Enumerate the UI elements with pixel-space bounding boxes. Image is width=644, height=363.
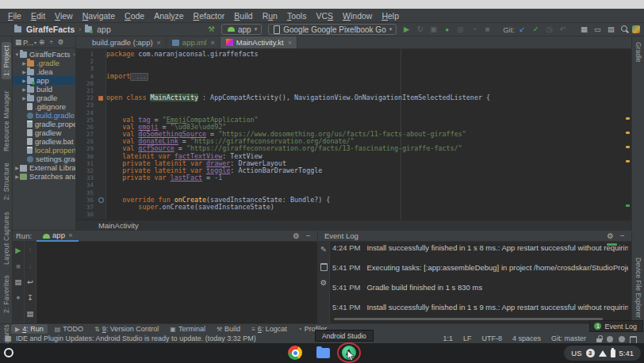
run-button[interactable] bbox=[401, 24, 412, 35]
vcs-rollback-icon[interactable] bbox=[557, 24, 569, 35]
horizontal-scrollbar[interactable] bbox=[334, 318, 603, 320]
hide-panel-icon[interactable] bbox=[302, 231, 314, 242]
code-line[interactable]: 3 bbox=[76, 65, 631, 72]
tool-strip-1-project[interactable]: 1: Project bbox=[2, 42, 11, 79]
project-view-selector[interactable]: P... bbox=[23, 38, 33, 47]
code-line[interactable]: 1package com.naranjaconsal.giraffefacts bbox=[76, 51, 631, 58]
line-number[interactable]: 25 bbox=[76, 117, 97, 124]
line-ending[interactable]: LF bbox=[463, 334, 472, 342]
tree-arrow-icon[interactable] bbox=[21, 60, 27, 66]
code-line[interactable]: 37 super.onCreate(savedInstanceState) bbox=[76, 204, 631, 211]
menu-help[interactable]: Help bbox=[377, 11, 404, 21]
line-number[interactable]: 30 bbox=[76, 153, 97, 160]
breadcrumb-project[interactable]: GiraffeFacts bbox=[26, 25, 75, 34]
close-icon[interactable] bbox=[67, 230, 74, 241]
event-log-entry[interactable]: 4:24 PMInstall successfully finished in … bbox=[332, 243, 628, 263]
print-icon[interactable] bbox=[25, 308, 36, 319]
caret-position[interactable]: 1:1 bbox=[443, 334, 453, 342]
indent-setting[interactable]: 4 spaces bbox=[512, 334, 541, 342]
code-line[interactable]: 2 bbox=[76, 58, 631, 65]
run-configuration-select[interactable]: app ▾ bbox=[221, 24, 262, 35]
line-number[interactable]: 28 bbox=[76, 138, 97, 145]
line-number[interactable]: 21 bbox=[76, 87, 97, 94]
launcher-button[interactable] bbox=[4, 348, 13, 357]
code-line[interactable]: 22open class MainActivity : AppCompatAct… bbox=[76, 94, 631, 101]
tool-strip-2-structure[interactable]: 2: Structure bbox=[2, 162, 10, 201]
line-number[interactable]: 29 bbox=[76, 145, 97, 152]
menu-refactor[interactable]: Refactor bbox=[189, 11, 230, 21]
run-console[interactable] bbox=[36, 242, 317, 323]
avd-manager-icon[interactable] bbox=[592, 24, 604, 35]
profiler-button[interactable] bbox=[468, 24, 480, 35]
line-number[interactable]: 34 bbox=[76, 182, 97, 189]
code-editor[interactable]: 1package com.naranjaconsal.giraffefacts2… bbox=[76, 49, 631, 220]
tree-arrow-icon[interactable] bbox=[14, 165, 20, 170]
tree-item-local-properties[interactable]: local.properties bbox=[13, 146, 75, 155]
menu-edit[interactable]: Edit bbox=[26, 11, 50, 21]
tree-item-build[interactable]: build bbox=[13, 85, 75, 94]
up-stack-trace-icon[interactable] bbox=[25, 245, 36, 256]
tree-item--gitignore[interactable]: .gitignore bbox=[13, 102, 75, 111]
warning-stripe-mark[interactable] bbox=[626, 117, 630, 120]
tree-item-giraffefacts[interactable]: GiraffeFacts~/S bbox=[13, 50, 75, 59]
stop-button[interactable] bbox=[481, 24, 493, 35]
event-log-entry[interactable]: 5:41 PMExecuting tasks: [:app:assembleDe… bbox=[332, 263, 628, 283]
scroll-to-end-icon[interactable] bbox=[25, 292, 36, 304]
menu-tools[interactable]: Tools bbox=[282, 11, 312, 21]
build-hammer-icon[interactable] bbox=[205, 24, 217, 35]
event-log-entry[interactable]: 5:41 PMGradle build finished in 1 s 830 … bbox=[332, 283, 628, 303]
sync-gradle-icon[interactable] bbox=[578, 24, 590, 35]
layout-editor-icon[interactable] bbox=[13, 277, 25, 288]
vcs-commit-icon[interactable] bbox=[530, 24, 542, 35]
tree-item-gradlew-bat[interactable]: gradlew.bat bbox=[13, 137, 75, 146]
pin-tab-icon[interactable] bbox=[13, 292, 25, 304]
system-tray[interactable]: US 3 5:41 bbox=[564, 346, 641, 361]
line-number[interactable]: 24 bbox=[76, 109, 97, 117]
chrome-app-icon[interactable] bbox=[288, 346, 302, 360]
tree-arrow-icon[interactable] bbox=[21, 95, 27, 101]
git-branch[interactable]: Git: master bbox=[551, 334, 586, 342]
debug-button[interactable] bbox=[441, 24, 453, 35]
files-app-icon[interactable] bbox=[316, 346, 331, 360]
tool-strip-layout-captures[interactable]: Layout Captures bbox=[2, 212, 10, 265]
run-tab-app[interactable]: app bbox=[36, 231, 79, 242]
warning-stripe-mark[interactable] bbox=[626, 132, 630, 134]
menu-build[interactable]: Build bbox=[229, 11, 257, 21]
menu-code[interactable]: Code bbox=[120, 11, 149, 21]
menu-run[interactable]: Run bbox=[258, 11, 282, 21]
run-panel-settings-icon[interactable] bbox=[290, 231, 302, 242]
tree-item--gradle[interactable]: .gradle bbox=[13, 59, 75, 67]
device-file-explorer-tool-button[interactable]: Device File Explorer bbox=[634, 258, 642, 318]
mark-all-read-icon[interactable] bbox=[318, 244, 330, 255]
line-number[interactable]: 31 bbox=[76, 160, 97, 167]
tree-arrow-icon[interactable] bbox=[21, 86, 27, 92]
code-line[interactable]: 34 bbox=[76, 182, 631, 189]
menu-navigate[interactable]: Navigate bbox=[78, 11, 120, 21]
tree-arrow-icon[interactable] bbox=[21, 78, 27, 83]
apply-changes-icon[interactable] bbox=[414, 24, 426, 35]
apply-code-changes-icon[interactable] bbox=[427, 24, 439, 35]
close-icon[interactable]: × bbox=[288, 39, 292, 47]
toolwindow-4-run[interactable]: ▶4: Run bbox=[11, 324, 48, 334]
line-number[interactable]: 37 bbox=[76, 204, 97, 211]
ok-stripe-mark[interactable] bbox=[626, 204, 630, 207]
tree-item-build-gradle[interactable]: build.gradle bbox=[13, 111, 75, 120]
rerun-button[interactable] bbox=[13, 245, 25, 256]
tool-strip-2-favorites[interactable]: 2: Favorites bbox=[2, 275, 10, 313]
event-log-entry[interactable]: 5:41 PMInstall successfully finished in … bbox=[332, 303, 628, 317]
tree-item--idea[interactable]: .idea bbox=[13, 67, 75, 76]
gradle-tool-button[interactable]: Gradle bbox=[634, 42, 642, 63]
line-number[interactable]: 1 bbox=[76, 51, 97, 58]
line-number[interactable]: 27 bbox=[76, 131, 97, 138]
tree-arrow-icon[interactable] bbox=[14, 174, 20, 179]
close-icon[interactable]: × bbox=[157, 39, 161, 47]
menu-analyze[interactable]: Analyze bbox=[149, 11, 188, 21]
collapse-all-icon[interactable] bbox=[47, 36, 56, 48]
file-encoding[interactable]: UTF-8 bbox=[481, 334, 502, 342]
tool-strip-resource-manager[interactable]: Resource Manager bbox=[2, 90, 10, 151]
tree-item-external-libraries[interactable]: External Libraries bbox=[13, 163, 75, 172]
tree-item-gradle[interactable]: gradle bbox=[13, 94, 75, 102]
editor-tab-build-gradle-app-[interactable]: build.gradle (:app)× bbox=[76, 36, 167, 48]
clear-log-icon[interactable] bbox=[318, 261, 330, 272]
line-number[interactable]: 22 bbox=[76, 94, 97, 101]
